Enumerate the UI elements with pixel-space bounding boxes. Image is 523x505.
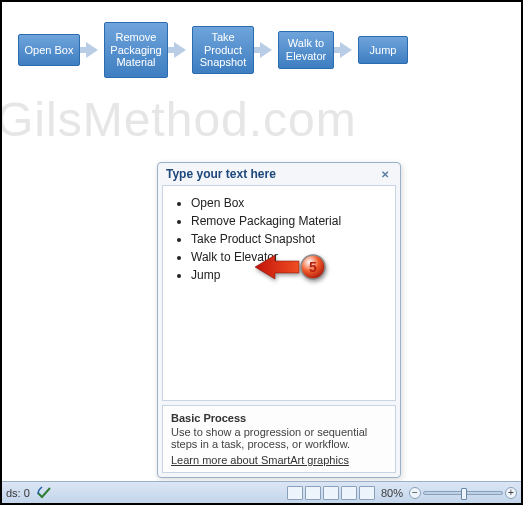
text-pane-body[interactable]: Open Box Remove Packaging Material Take …: [162, 185, 396, 401]
flow-node[interactable]: Jump: [358, 36, 408, 64]
arrow-right-icon: [174, 42, 186, 58]
list-item[interactable]: Walk to Elevator: [191, 250, 389, 264]
watermark-text: GilsMethod.com: [0, 92, 357, 147]
text-pane-footer: Basic Process Use to show a progression …: [162, 405, 396, 473]
view-fullscreen-icon[interactable]: [305, 486, 321, 500]
proofing-icon[interactable]: [36, 485, 52, 501]
zoom-slider-thumb[interactable]: [461, 488, 467, 500]
arrow-right-icon: [260, 42, 272, 58]
view-print-layout-icon[interactable]: [287, 486, 303, 500]
view-outline-icon[interactable]: [341, 486, 357, 500]
word-count[interactable]: ds: 0: [6, 487, 30, 499]
list-item[interactable]: Take Product Snapshot: [191, 232, 389, 246]
list-item[interactable]: Open Box: [191, 196, 389, 210]
arrow-right-icon: [86, 42, 98, 58]
list-item[interactable]: Jump: [191, 268, 389, 282]
view-web-icon[interactable]: [323, 486, 339, 500]
document-canvas[interactable]: GilsMethod.com Open Box Remove Packaging…: [2, 2, 521, 479]
smartart-flow[interactable]: Open Box Remove Packaging Material Take …: [18, 22, 408, 78]
smartart-text-pane[interactable]: Type your text here ✕ Open Box Remove Pa…: [157, 162, 401, 478]
flow-node[interactable]: Take Product Snapshot: [192, 26, 254, 74]
text-pane-title: Type your text here: [166, 167, 276, 181]
flow-node[interactable]: Walk to Elevator: [278, 31, 334, 69]
arrow-right-icon: [340, 42, 352, 58]
footer-title: Basic Process: [171, 412, 387, 424]
status-bar: ds: 0 80% − +: [2, 481, 521, 503]
list-item[interactable]: Remove Packaging Material: [191, 214, 389, 228]
close-icon[interactable]: ✕: [378, 168, 392, 181]
flow-node[interactable]: Open Box: [18, 34, 80, 66]
footer-description: Use to show a progression or sequential …: [171, 426, 387, 450]
learn-more-link[interactable]: Learn more about SmartArt graphics: [171, 454, 349, 466]
zoom-in-button[interactable]: +: [505, 487, 517, 499]
flow-node[interactable]: Remove Packaging Material: [104, 22, 168, 78]
zoom-level[interactable]: 80%: [381, 487, 403, 499]
text-pane-header: Type your text here ✕: [158, 163, 400, 185]
zoom-slider[interactable]: [423, 491, 503, 495]
view-draft-icon[interactable]: [359, 486, 375, 500]
zoom-out-button[interactable]: −: [409, 487, 421, 499]
